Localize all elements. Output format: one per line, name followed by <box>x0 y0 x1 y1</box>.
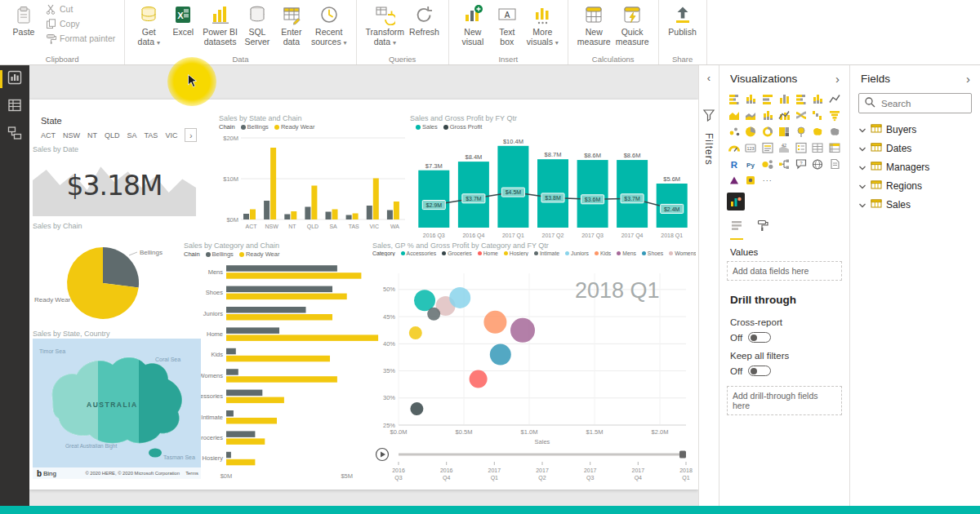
viz-type-pie-chart-icon[interactable] <box>743 124 758 139</box>
add-data-fields-dropzone[interactable]: Add data fields here <box>727 261 842 281</box>
viz-type-scatter-chart-icon[interactable] <box>727 124 742 139</box>
slicer-scroll-right-button[interactable]: › <box>185 128 197 142</box>
viz-type-power-apps-for-power-bi-icon[interactable] <box>727 173 742 188</box>
refresh-icon <box>413 4 434 25</box>
ribbon-button-copy[interactable]: Copy <box>42 16 118 31</box>
viz-type-map-icon[interactable] <box>794 124 808 139</box>
viz-type-line-and-stacked-column-chart-icon[interactable] <box>760 108 775 122</box>
viz-type-r-script-visual-icon[interactable]: R <box>727 157 742 171</box>
viz-type-clustered-bar-chart-icon[interactable] <box>760 91 775 106</box>
ribbon-button-text-box[interactable]: A Text box <box>490 2 524 49</box>
ribbon-button-recent-sources[interactable]: Recent sources ▾ <box>309 2 350 49</box>
ribbon-button-get-data[interactable]: Get data ▾ <box>131 2 166 49</box>
slicer-chip-nsw[interactable]: NSW <box>63 131 80 140</box>
viz-type-card-icon[interactable]: 123 <box>743 140 758 155</box>
paint-roller-icon <box>756 219 769 232</box>
viz-type-multi-row-card-icon[interactable] <box>760 140 775 155</box>
viz-type-line-and-clustered-column-chart-icon[interactable] <box>777 108 791 122</box>
viz-type-kpi-icon[interactable]: 42 <box>777 140 791 155</box>
viz-type-stacked-column-chart-icon[interactable] <box>743 91 758 106</box>
viz-type-filled-map-icon[interactable] <box>810 124 825 139</box>
viz-type-shape-map-icon[interactable] <box>827 124 842 139</box>
sidebar-item-data-view[interactable] <box>0 93 29 121</box>
ribbon-button-refresh[interactable]: Refresh <box>407 2 442 39</box>
sales-by-date-card[interactable]: Sales by Date$3.18M <box>33 145 200 220</box>
chevron-down-icon <box>858 179 866 193</box>
viz-type-decomposition-tree-icon[interactable] <box>777 157 791 171</box>
ribbon-button-power-bi-datasets[interactable]: Power BI datasets <box>200 2 240 49</box>
ribbon-button-more-visuals[interactable]: More visuals ▾ <box>524 2 561 49</box>
viz-type-stacked-area-chart-icon[interactable] <box>743 108 758 122</box>
ribbon-button-format-painter[interactable]: Format painter <box>42 31 118 46</box>
sales-by-chain-pie[interactable]: Sales by ChainBellingsReady Wear <box>33 222 181 330</box>
search-input[interactable] <box>880 98 966 109</box>
ribbon-group-label: Insert <box>449 55 568 64</box>
field-table-managers[interactable]: Managers <box>850 157 980 176</box>
viz-type-treemap-icon[interactable] <box>777 124 791 139</box>
expand-filters-button[interactable]: ‹ <box>707 72 710 84</box>
viz-type-slicer-icon[interactable] <box>794 140 808 155</box>
field-table-buyers[interactable]: Buyers <box>850 120 980 139</box>
viz-type-matrix-icon[interactable] <box>827 140 842 155</box>
svg-text:$8.7M: $8.7M <box>545 151 562 158</box>
tab-fields[interactable] <box>730 219 743 240</box>
collapse-visualizations-button[interactable]: › <box>835 73 840 85</box>
viz-type-donut-chart-icon[interactable] <box>760 124 775 139</box>
add-drill-through-fields-dropzone[interactable]: Add drill-through fields here <box>727 386 842 415</box>
viz-type-clustered-column-chart-icon[interactable] <box>777 91 791 106</box>
cross-report-toggle[interactable] <box>748 332 771 343</box>
keep-all-filters-toggle[interactable] <box>748 366 771 376</box>
ribbon-button-publish[interactable]: Publish <box>666 2 700 39</box>
viz-type-waterfall-chart-icon[interactable] <box>810 108 825 122</box>
collapse-fields-button[interactable]: › <box>966 73 970 85</box>
sidebar-item-report-view[interactable] <box>0 65 29 93</box>
sales-by-state-map[interactable]: Sales by State, CountryTimor SeaCoral Se… <box>33 330 207 481</box>
viz-type-funnel-icon[interactable] <box>827 108 842 122</box>
slicer-chip-qld[interactable]: QLD <box>105 131 120 140</box>
field-table-regions[interactable]: Regions <box>850 176 980 195</box>
viz-type-q-a-icon[interactable]: ? <box>794 157 808 171</box>
field-table-sales[interactable]: Sales <box>850 195 980 214</box>
slicer-chip-sa[interactable]: SA <box>127 131 137 140</box>
ribbon-button-excel[interactable]: X Excel <box>166 2 200 39</box>
ribbon-button-sql-server[interactable]: SQL Server <box>240 2 274 49</box>
search-icon <box>864 96 875 111</box>
viz-type-area-chart-icon[interactable] <box>727 108 742 122</box>
slicer-chip-act[interactable]: ACT <box>41 131 56 140</box>
viz-type-gauge-icon[interactable] <box>727 140 742 155</box>
viz-type-paginated-report-icon[interactable] <box>827 157 842 171</box>
slicer-chip-vic[interactable]: VIC <box>165 131 177 140</box>
sales-by-state-chain-chart[interactable]: Sales by State and ChainChainBellingsRea… <box>219 114 407 233</box>
slicer-chip-nt[interactable]: NT <box>87 131 97 140</box>
viz-type-100-stacked-column-chart-icon[interactable] <box>810 91 825 106</box>
ribbon-button-quick-measure[interactable]: Quick measure <box>613 2 652 49</box>
state-slicer[interactable]: State ACTNSWNTQLDSATASVIC› <box>41 116 240 148</box>
visual-title: Sales by Chain <box>33 222 181 230</box>
sidebar-item-model-view[interactable] <box>0 121 29 148</box>
viz-type-arcgis-maps-for-power-bi-icon[interactable] <box>810 157 825 171</box>
slicer-chip-tas[interactable]: TAS <box>145 131 158 140</box>
keep-all-filters-label: Keep all filters <box>719 344 849 362</box>
fields-title: Fields <box>861 73 890 85</box>
ribbon-button-enter-data[interactable]: Enter data <box>274 2 309 49</box>
sales-gross-profit-chart[interactable]: Sales and Gross Profit by FY QtrSalesGro… <box>410 114 696 241</box>
ribbon-button-new-measure[interactable]: New measure <box>575 2 613 49</box>
get-more-visuals-button[interactable]: ··· <box>760 173 775 188</box>
viz-type-line-chart-icon[interactable] <box>827 91 842 106</box>
ribbon-button-paste[interactable]: Paste <box>7 2 41 39</box>
ribbon-button-cut[interactable]: Cut <box>42 2 118 16</box>
viz-type-key-influencers-icon[interactable] <box>760 157 775 171</box>
sales-by-category-chain-chart[interactable]: Sales by Category and ChainChainBellings… <box>184 241 390 485</box>
ribbon-button-new-visual[interactable]: New visual <box>456 2 490 49</box>
viz-type-100-stacked-bar-chart-icon[interactable] <box>794 91 808 106</box>
ribbon-button-transform-data[interactable]: Transform data ▾ <box>363 2 407 49</box>
field-table-dates[interactable]: Dates <box>850 139 980 157</box>
viz-type-ribbon-chart-icon[interactable] <box>794 108 808 122</box>
sales-gp-scatter-chart[interactable]: Sales, GP % and Gross Profit by Category… <box>372 241 696 485</box>
viz-type-table-icon[interactable] <box>810 140 825 155</box>
tab-format[interactable] <box>756 219 769 240</box>
viz-type-stacked-bar-chart-icon[interactable] <box>727 91 742 106</box>
viz-type-python-visual-icon[interactable]: Py <box>743 157 758 171</box>
viz-type-custom-visual-icon[interactable] <box>743 173 758 188</box>
custom-visual-icon[interactable] <box>727 193 745 210</box>
